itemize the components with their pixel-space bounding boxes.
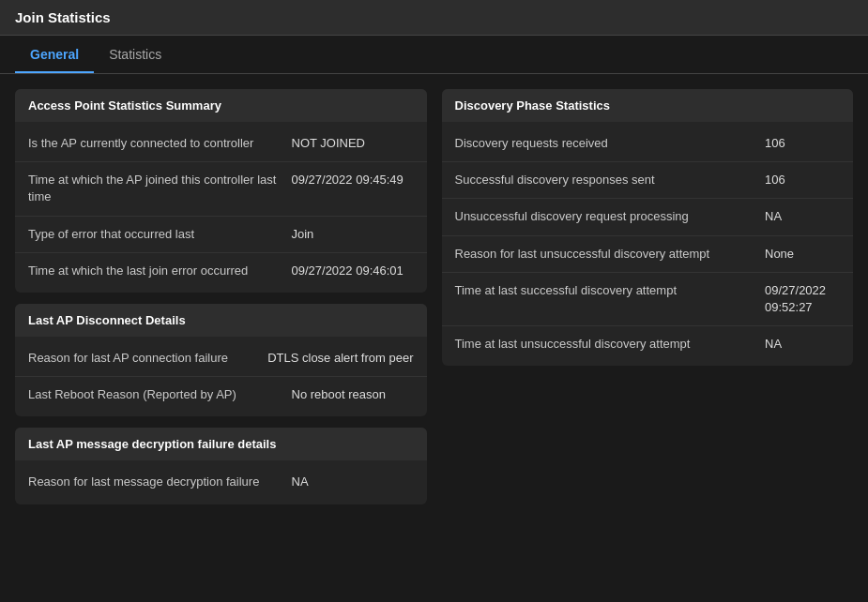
stat-value: DTLS close alert from peer [267,350,413,367]
ap-stats-summary-header: Access Point Statistics Summary [15,89,427,122]
stat-value: No reboot reason [292,386,414,403]
last-ap-disconnect-header: Last AP Disconnect Details [15,304,427,337]
table-row: Reason for last AP connection failure DT… [15,340,427,377]
stat-label: Is the AP currently connected to control… [28,135,292,152]
stat-label: Time at last unsuccessful discovery atte… [455,336,766,353]
title-bar: Join Statistics [0,0,868,36]
stat-label: Reason for last AP connection failure [28,350,267,367]
main-content: Access Point Statistics Summary Is the A… [0,74,868,519]
left-column: Access Point Statistics Summary Is the A… [15,89,427,504]
title-text: Join Statistics [15,9,111,25]
table-row: Time at which the last join error occurr… [15,253,427,289]
stat-value: 106 [765,172,840,188]
stat-label: Time at last successful discovery attemp… [455,282,766,299]
stat-label: Time at which the AP joined this control… [28,172,292,205]
tab-general[interactable]: General [15,36,94,73]
stat-label: Last Reboot Reason (Reported by AP) [28,386,292,403]
stat-label: Time at which the last join error occurr… [28,263,292,279]
last-ap-decryption-body: Reason for last message decryption failu… [15,460,427,504]
table-row: Is the AP currently connected to control… [15,126,427,162]
discovery-phase-body: Discovery requests received 106 Successf… [442,122,854,366]
table-row: Successful discovery responses sent 106 [442,162,854,199]
table-row: Time at last successful discovery attemp… [442,273,854,326]
table-row: Reason for last message decryption failu… [15,464,427,500]
stat-label: Unsuccessful discovery request processin… [455,208,766,225]
table-row: Time at last unsuccessful discovery atte… [442,326,854,362]
stat-value: Join [292,226,414,243]
stat-value: 09/27/2022 09:45:49 [292,172,414,188]
table-row: Discovery requests received 106 [442,126,854,162]
discovery-phase-section: Discovery Phase Statistics Discovery req… [442,89,854,366]
table-row: Reason for last unsuccessful discovery a… [442,236,854,273]
stat-value: NA [765,336,840,353]
stat-value: 09/27/2022 09:46:01 [292,263,414,279]
stat-value: NA [765,208,840,225]
stat-value: None [765,246,840,263]
stat-value: 106 [765,135,840,152]
stat-value: 09/27/2022 09:52:27 [765,282,840,316]
stat-value: NA [292,474,414,490]
stat-label: Discovery requests received [455,135,766,152]
table-row: Type of error that occurred last Join [15,217,427,253]
table-row: Last Reboot Reason (Reported by AP) No r… [15,377,427,413]
stat-value: NOT JOINED [292,135,414,152]
ap-stats-summary-body: Is the AP currently connected to control… [15,122,427,293]
table-row: Time at which the AP joined this control… [15,162,427,216]
tab-bar: General Statistics [0,36,868,74]
table-row: Unsuccessful discovery request processin… [442,199,854,235]
last-ap-disconnect-body: Reason for last AP connection failure DT… [15,337,427,416]
right-column: Discovery Phase Statistics Discovery req… [442,89,854,504]
stat-label: Successful discovery responses sent [455,172,766,188]
last-ap-decryption-section: Last AP message decryption failure detai… [15,428,427,504]
last-ap-disconnect-section: Last AP Disconnect Details Reason for la… [15,304,427,416]
discovery-phase-header: Discovery Phase Statistics [442,89,854,122]
last-ap-decryption-header: Last AP message decryption failure detai… [15,428,427,460]
ap-stats-summary-section: Access Point Statistics Summary Is the A… [15,89,427,293]
tab-statistics[interactable]: Statistics [94,36,176,73]
stat-label: Reason for last message decryption failu… [28,474,292,490]
stat-label: Type of error that occurred last [28,226,292,243]
stat-label: Reason for last unsuccessful discovery a… [455,246,766,263]
